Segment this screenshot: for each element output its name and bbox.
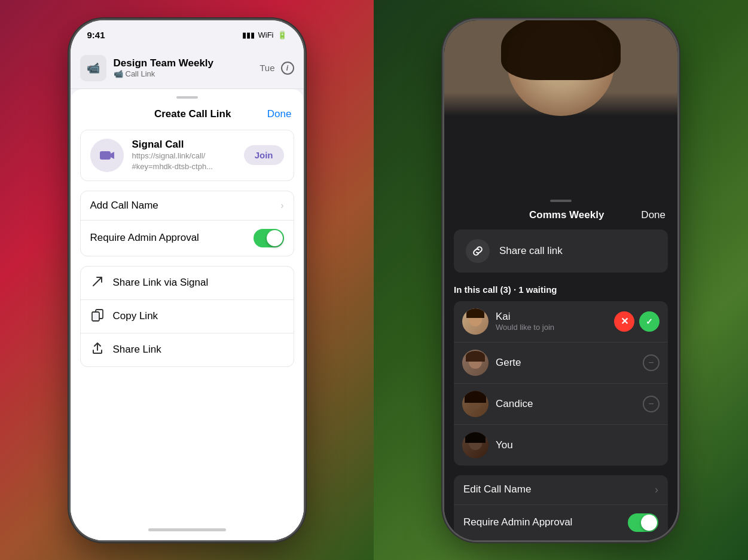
settings-card: Add Call Name › Require Admin Approval [80,191,294,256]
dark-require-approval-label: Require Admin Approval [463,516,572,528]
participant-row-you: You [454,425,668,466]
avatar-gerte [462,350,489,376]
dark-require-approval-row: Require Admin Approval [454,505,668,540]
dark-handle [550,200,572,202]
participants-card: Kai Would like to join ✕ ✓ Gerte [454,301,668,466]
participant-row-gerte: Gerte − [454,342,668,384]
share-via-signal-icon [90,275,105,291]
dark-title: Comms Weekly [529,209,604,221]
nav-title: Design Team Weekly [114,57,253,69]
chain-link-icon [472,245,484,257]
avatar-candice [462,391,489,417]
video-background [444,20,677,116]
info-button[interactable]: i [281,62,294,75]
chevron-icon: › [280,200,283,211]
sheet-done-button[interactable]: Done [267,108,292,120]
participant-name-you: You [496,439,652,451]
battery-icon: 🔋 [277,30,287,39]
participant-name-gerte: Gerte [496,357,636,369]
nav-right: Tue i [259,62,294,75]
share-via-signal-label: Share Link via Signal [113,277,209,289]
nav-header-left: 📹 Design Team Weekly 📹 Call Link Tue i [71,50,304,89]
participant-info-kai: Kai Would like to join [496,311,607,332]
wifi-icon: WiFi [258,30,274,39]
dark-settings-card: Edit Call Name › Require Admin Approval [454,475,668,540]
share-link-label: Share Link [113,344,161,356]
call-info: Signal Call https://signal.link/call/#ke… [132,139,236,172]
copy-link-label: Copy Link [113,310,158,322]
participant-row-candice: Candice − [454,384,668,425]
home-indicator-left [71,520,304,540]
avatar-kai [462,308,489,335]
right-phone-frame: Comms Weekly Done Share call link In thi… [444,20,677,540]
in-call-text: In this call (3) · 1 waiting [454,284,557,295]
deny-kai-button[interactable]: ✕ [614,311,634,332]
svg-rect-3 [92,312,99,321]
add-call-name-row[interactable]: Add Call Name › [81,191,294,221]
left-phone-frame: 9:41 ▮▮▮ WiFi 🔋 📹 Design Team Weekly 📹 C… [71,20,304,540]
toggle-knob [267,230,283,246]
subtitle-icon: 📹 [114,69,123,78]
copy-link-icon [90,308,105,325]
participant-name-candice: Candice [496,398,636,410]
dark-require-approval-toggle[interactable] [628,513,658,532]
require-approval-toggle[interactable] [254,229,284,247]
dark-done-button[interactable]: Done [641,209,665,221]
participant-name-kai: Kai [496,311,607,323]
sheet-inner: Create Call Link Done Signal Call https:… [71,89,304,540]
nav-subtitle: 📹 Call Link [114,69,253,78]
copy-link-row[interactable]: Copy Link [81,300,294,333]
status-bar-left: 9:41 ▮▮▮ WiFi 🔋 [71,20,304,50]
edit-name-chevron-icon: › [655,484,658,496]
share-call-label: Share call link [499,245,563,257]
video-icon: 📹 [87,62,100,75]
sheet-container: Create Call Link Done Signal Call https:… [71,89,304,540]
share-options-card: Share Link via Signal Copy Link [80,266,294,367]
require-approval-label: Require Admin Approval [90,232,199,244]
nav-title-group: Design Team Weekly 📹 Call Link [114,57,253,78]
dark-toggle-knob [641,515,657,531]
dark-sheet: Comms Weekly Done Share call link In thi… [444,194,677,540]
participant-row-kai: Kai Would like to join ✕ ✓ [454,301,668,342]
call-link-card: Signal Call https://signal.link/call/#ke… [80,130,294,181]
edit-call-name-label: Edit Call Name [463,484,531,495]
share-via-signal-row[interactable]: Share Link via Signal [81,267,294,300]
in-call-header: In this call (3) · 1 waiting [444,284,677,301]
edit-call-name-row[interactable]: Edit Call Name › [454,475,668,505]
participant-actions-kai: ✕ ✓ [614,311,660,332]
left-phone-container: 9:41 ▮▮▮ WiFi 🔋 📹 Design Team Weekly 📹 C… [0,0,374,560]
share-link-row[interactable]: Share Link [81,333,294,366]
participant-info-you: You [496,439,652,451]
status-icons-left: ▮▮▮ WiFi 🔋 [242,30,287,39]
participant-actions-gerte: − [643,354,660,371]
right-phone-container: Comms Weekly Done Share call link In thi… [374,0,748,560]
home-bar-left [148,528,226,531]
remove-gerte-button[interactable]: − [643,354,660,371]
link-icon [466,239,490,263]
share-call-link-button[interactable]: Share call link [454,229,668,273]
sheet-handle [176,96,198,99]
call-url: https://signal.link/call/#key=mhdk-dtsb-… [132,151,236,172]
share-link-icon [90,342,105,358]
nav-date: Tue [259,63,274,73]
svg-marker-1 [111,152,114,159]
avatar-you [462,432,489,458]
sheet-header: Create Call Link Done [71,103,304,130]
require-approval-row: Require Admin Approval [81,221,294,256]
join-button[interactable]: Join [244,145,284,165]
svg-rect-0 [100,151,111,160]
participant-status-kai: Would like to join [496,323,607,332]
approve-kai-button[interactable]: ✓ [639,311,660,332]
call-name: Signal Call [132,139,236,151]
subtitle-text: Call Link [126,69,155,78]
call-icon-circle [90,139,124,172]
participant-info-candice: Candice [496,398,636,410]
video-call-icon [99,147,115,164]
status-time-left: 9:41 [87,30,105,40]
add-call-name-label: Add Call Name [90,200,158,212]
remove-candice-button[interactable]: − [643,396,660,412]
video-hair [501,20,621,80]
chat-icon-box: 📹 [80,55,106,81]
participant-actions-candice: − [643,396,660,412]
sheet-title: Create Call Link [154,108,231,120]
